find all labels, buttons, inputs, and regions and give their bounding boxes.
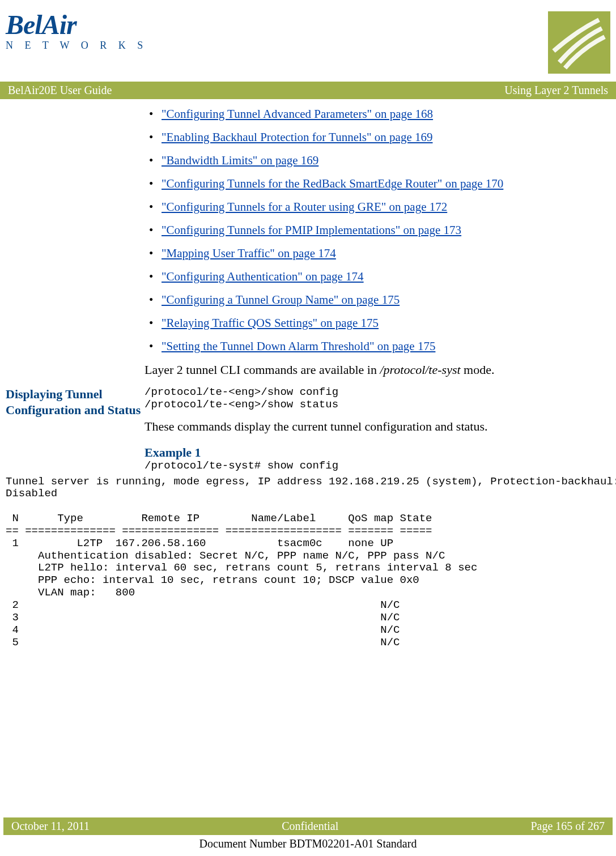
topic-link[interactable]: "Configuring Tunnels for PMIP Implementa…: [162, 223, 461, 237]
page-footer: October 11, 2011 Confidential Page 165 o…: [0, 817, 616, 850]
cli-path: /protocol/te-syst: [380, 363, 460, 377]
topic-link[interactable]: "Configuring a Tunnel Group Name" on pag…: [162, 293, 400, 306]
list-item: "Configuring Tunnel Advanced Parameters"…: [145, 107, 605, 121]
logo-sub: N E T W O R K S: [6, 40, 147, 52]
topic-link-list: "Configuring Tunnel Advanced Parameters"…: [145, 107, 605, 354]
topic-link[interactable]: "Configuring Authentication" on page 174: [162, 270, 364, 283]
list-item: "Enabling Backhaul Protection for Tunnel…: [145, 130, 605, 144]
list-item: "Configuring Tunnels for the RedBack Sma…: [145, 177, 605, 191]
section-description: These commands display the current tunne…: [145, 419, 605, 434]
example-heading: Example 1: [145, 445, 605, 460]
footer-confidential: Confidential: [282, 820, 338, 833]
list-item: "Setting the Tunnel Down Alarm Threshold…: [145, 339, 605, 354]
topic-link[interactable]: "Configuring Tunnel Advanced Parameters"…: [162, 107, 433, 121]
section-heading: Displaying Tunnel Configuration and Stat…: [6, 386, 145, 418]
list-item: "Mapping User Traffic" on page 174: [145, 246, 605, 261]
section-block: Displaying Tunnel Configuration and Stat…: [0, 386, 616, 472]
list-item: "Configuring a Tunnel Group Name" on pag…: [145, 293, 605, 307]
command-line: /protocol/te-<eng>/show config: [145, 386, 605, 399]
topic-link[interactable]: "Enabling Backhaul Protection for Tunnel…: [162, 130, 433, 144]
logo-left: BelAir N E T W O R K S: [6, 11, 147, 52]
logo-main: BelAir: [6, 11, 147, 39]
cli-mode-note: Layer 2 tunnel CLI commands are availabl…: [145, 363, 605, 377]
topic-link[interactable]: "Setting the Tunnel Down Alarm Threshold…: [162, 339, 435, 353]
main-column: /protocol/te-<eng>/show config /protocol…: [145, 386, 610, 472]
side-column: Displaying Tunnel Configuration and Stat…: [6, 386, 145, 418]
topic-link[interactable]: "Bandwidth Limits" on page 169: [162, 154, 318, 167]
guide-title: BelAir20E User Guide: [8, 84, 112, 97]
topic-link[interactable]: "Relaying Traffic QOS Settings" on page …: [162, 316, 379, 330]
list-item: "Relaying Traffic QOS Settings" on page …: [145, 316, 605, 330]
topic-link[interactable]: "Configuring Tunnels for the RedBack Sma…: [162, 177, 503, 190]
terminal-output: Tunnel server is running, mode egress, I…: [0, 476, 616, 649]
list-item: "Configuring Tunnels for PMIP Implementa…: [145, 223, 605, 237]
command-line: /protocol/te-<eng>/show status: [145, 399, 605, 411]
text-fragment: mode.: [461, 363, 495, 377]
title-bar: BelAir20E User Guide Using Layer 2 Tunne…: [0, 82, 616, 99]
list-item: "Bandwidth Limits" on page 169: [145, 154, 605, 168]
list-item: "Configuring Authentication" on page 174: [145, 270, 605, 284]
example-command: /protocol/te-syst# show config: [145, 460, 605, 472]
page-header: BelAir N E T W O R K S: [0, 0, 616, 79]
footer-docnum: Document Number BDTM02201-A01 Standard: [0, 837, 616, 850]
footer-page: Page 165 of 267: [530, 820, 605, 833]
brand-swirl-icon: [548, 11, 610, 74]
list-item: "Configuring Tunnels for a Router using …: [145, 200, 605, 214]
footer-date: October 11, 2011: [11, 820, 90, 833]
topic-link[interactable]: "Configuring Tunnels for a Router using …: [162, 200, 447, 214]
content-area: "Configuring Tunnel Advanced Parameters"…: [0, 99, 616, 386]
text-fragment: Layer 2 tunnel CLI commands are availabl…: [145, 363, 380, 377]
topic-link[interactable]: "Mapping User Traffic" on page 174: [162, 246, 336, 260]
main-column: "Configuring Tunnel Advanced Parameters"…: [145, 107, 610, 386]
footer-bar: October 11, 2011 Confidential Page 165 o…: [3, 817, 613, 835]
chapter-title: Using Layer 2 Tunnels: [504, 84, 608, 97]
